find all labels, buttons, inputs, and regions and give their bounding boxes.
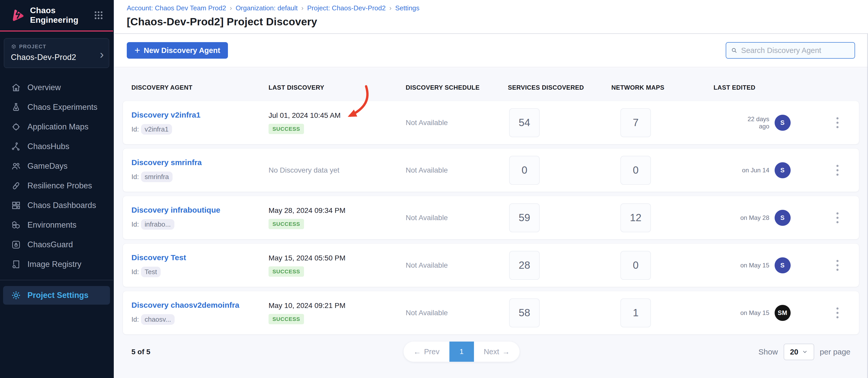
- avatar: S: [775, 162, 790, 178]
- show-label: Show: [758, 347, 778, 356]
- avatar: SM: [775, 305, 790, 321]
- sidebar-item-chaoshubs[interactable]: ChaosHubs: [0, 137, 113, 156]
- toolbar: + New Discovery Agent: [115, 34, 868, 67]
- last-edited-text: on May 15: [739, 262, 769, 269]
- breadcrumb-settings-link[interactable]: Settings: [395, 4, 420, 12]
- status-badge: SUCCESS: [269, 314, 304, 324]
- breadcrumb-organization-link[interactable]: Organization: default: [236, 4, 298, 12]
- sidebar-item-label: ChaosGuard: [27, 240, 73, 249]
- status-badge: SUCCESS: [269, 124, 304, 134]
- last-edited-cell: on May 15 S: [714, 244, 816, 287]
- col-header-discovery-schedule: DISCOVERY SCHEDULE: [406, 84, 508, 91]
- agent-link[interactable]: Discovery chaosv2demoinfra: [131, 301, 239, 310]
- sidebar-item-label: Application Maps: [27, 122, 89, 132]
- row-menu-button[interactable]: [816, 244, 859, 287]
- network-maps-count: 1: [620, 299, 651, 328]
- id-label: Id:: [131, 268, 139, 276]
- lock-icon: [11, 240, 21, 250]
- target-icon: [11, 122, 21, 132]
- schedule-cell: Not Available: [406, 196, 508, 239]
- agent-id: infrabo...: [141, 219, 175, 230]
- network-maps-count: 0: [620, 156, 651, 185]
- network-maps-cell: 7: [611, 101, 714, 144]
- sidebar-item-image-registry[interactable]: Image Registry: [0, 254, 113, 274]
- agent-cell: Discovery smrinfra Id:smrinfra: [131, 148, 269, 192]
- services-cell: 54: [508, 101, 611, 144]
- kebab-icon: [836, 165, 838, 176]
- agent-cell: Discovery v2infra1 Id:v2infra1: [131, 101, 269, 144]
- sidebar-item-label: Overview: [27, 83, 61, 92]
- agent-id: Test: [141, 267, 161, 277]
- row-menu-button[interactable]: [816, 101, 859, 144]
- col-header-network-maps: NETWORK MAPS: [611, 84, 714, 91]
- sidebar-item-application-maps[interactable]: Application Maps: [0, 117, 113, 137]
- last-discovery-cell: No Discovery data yet: [269, 148, 406, 192]
- last-discovery-cell: May 28, 2024 09:34 PM SUCCESS: [269, 196, 406, 239]
- network-maps-cell: 0: [611, 244, 714, 287]
- new-discovery-agent-button[interactable]: + New Discovery Agent: [127, 42, 228, 59]
- search-input[interactable]: [741, 46, 850, 55]
- services-cell: 0: [508, 148, 611, 192]
- network-maps-count: 12: [620, 203, 651, 232]
- agent-cell: Discovery chaosv2demoinfra Id:chaosv...: [131, 291, 269, 334]
- sidebar-item-label: Chaos Experiments: [27, 103, 97, 112]
- row-menu-button[interactable]: [816, 148, 859, 192]
- registry-icon: [11, 259, 21, 270]
- agent-link[interactable]: Discovery Test: [131, 253, 186, 262]
- col-header-discovery-agent: DISCOVERY AGENT: [131, 84, 269, 91]
- prev-label: Prev: [424, 347, 440, 356]
- search-icon: [731, 47, 738, 54]
- search-box: [726, 42, 855, 59]
- app-title: Chaos Engineering: [30, 6, 93, 25]
- agent-link[interactable]: Discovery infraboutique: [131, 206, 220, 214]
- breadcrumb: Account: Chaos Dev Team Prod2 › Organiza…: [127, 4, 868, 12]
- page-size-select[interactable]: 20: [784, 344, 814, 360]
- pagination-bar: 5 of 5 ← Prev 1 Next → Show 20 per page: [123, 342, 859, 362]
- breadcrumb-project-link[interactable]: Project: Chaos-Dev-Prod2: [307, 4, 385, 12]
- per-page-label: per page: [820, 347, 850, 356]
- col-header-last-edited: LAST EDITED: [714, 84, 816, 91]
- module-grid-icon[interactable]: [93, 10, 104, 21]
- status-badge: SUCCESS: [269, 219, 304, 229]
- sidebar: Chaos Engineering PROJECT Chaos-Dev-Prod…: [0, 0, 114, 378]
- sidebar-divider: [0, 280, 113, 280]
- sidebar-item-environments[interactable]: Environments: [0, 215, 113, 235]
- sidebar-item-gamedays[interactable]: GameDays: [0, 156, 113, 176]
- agent-cell: Discovery Test Id:Test: [131, 244, 269, 287]
- last-edited-text: on May 15: [739, 309, 769, 316]
- prev-page-button[interactable]: ← Prev: [404, 342, 450, 362]
- id-label: Id:: [131, 220, 139, 229]
- sidebar-item-chaosguard[interactable]: ChaosGuard: [0, 235, 113, 254]
- table-row: Discovery infraboutique Id:infrabo... Ma…: [123, 196, 859, 239]
- project-label: PROJECT: [19, 44, 46, 49]
- table-row: Discovery chaosv2demoinfra Id:chaosv... …: [123, 291, 859, 334]
- agent-link[interactable]: Discovery v2infra1: [131, 111, 200, 119]
- page-header: Account: Chaos Dev Team Prod2 › Organiza…: [115, 0, 868, 34]
- agent-link[interactable]: Discovery smrinfra: [131, 158, 202, 167]
- scrollbar-track[interactable]: [867, 34, 868, 378]
- services-count: 0: [509, 156, 540, 185]
- sidebar-item-project-settings[interactable]: Project Settings: [3, 286, 110, 305]
- next-page-button[interactable]: Next →: [474, 342, 520, 362]
- sidebar-item-chaos-dashboards[interactable]: Chaos Dashboards: [0, 196, 113, 215]
- no-discovery-text: No Discovery data yet: [269, 166, 406, 174]
- sidebar-item-overview[interactable]: Overview: [0, 78, 113, 97]
- page-1-button[interactable]: 1: [450, 342, 474, 362]
- sidebar-item-chaos-experiments[interactable]: Chaos Experiments: [0, 97, 113, 117]
- id-label: Id:: [131, 125, 139, 133]
- cube-icon: [11, 44, 17, 49]
- project-selector[interactable]: PROJECT Chaos-Dev-Prod2 ›: [4, 38, 109, 68]
- row-menu-button[interactable]: [816, 196, 859, 239]
- row-menu-button[interactable]: [816, 291, 859, 334]
- sidebar-item-resilience-probes[interactable]: Resilience Probes: [0, 176, 113, 196]
- probe-icon: [11, 181, 21, 191]
- breadcrumb-separator: ›: [386, 4, 395, 12]
- schedule-value: Not Available: [406, 261, 508, 270]
- avatar: S: [775, 115, 790, 131]
- id-label: Id:: [131, 173, 139, 181]
- sidebar-item-label: Resilience Probes: [27, 181, 92, 191]
- network-icon: [11, 141, 21, 152]
- breadcrumb-account-link[interactable]: Account: Chaos Dev Team Prod2: [127, 4, 226, 12]
- arrow-right-icon: →: [502, 347, 510, 356]
- page-title: [Chaos-Dev-Prod2] Project Discovery: [127, 16, 868, 28]
